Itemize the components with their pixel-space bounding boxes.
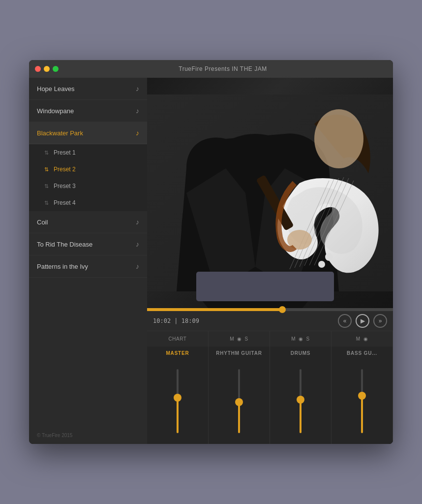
fader-thumb-rhythm[interactable]: [235, 398, 243, 406]
mixer-header-rhythm: M ◉ S: [209, 331, 270, 346]
sliders-icon: ⇅: [43, 150, 50, 156]
fast-forward-button[interactable]: »: [373, 314, 387, 328]
mute-icon: M: [291, 336, 296, 342]
rewind-button[interactable]: «: [338, 314, 352, 328]
sidebar-footer: © TrueFire 2015: [29, 427, 147, 444]
sidebar-item-coil[interactable]: Coil ♪: [29, 211, 147, 233]
mixer-channels: MASTER RHYTHM GUITAR: [147, 346, 393, 444]
channel-drums: DRUMS: [270, 346, 332, 444]
eye-icon: ◉: [299, 336, 303, 342]
fader-track-master[interactable]: [177, 369, 179, 433]
mixer-header: CHART M ◉ S M ◉ S M ◉: [147, 331, 393, 346]
eye-icon: ◉: [237, 336, 242, 342]
sliders-icon: ⇅: [43, 183, 50, 189]
progress-area: 10:02 | 18:09 « ▶ »: [147, 308, 393, 331]
progress-thumb[interactable]: [279, 306, 286, 313]
maximize-button[interactable]: [53, 66, 59, 72]
time-display: 10:02 | 18:09: [153, 317, 199, 324]
fader-fill-master: [177, 398, 179, 433]
music-note-icon: ♪: [136, 240, 139, 248]
drums-label: DRUMS: [291, 350, 311, 356]
fader-fill-rhythm: [238, 402, 240, 433]
close-button[interactable]: [35, 66, 41, 72]
mute-icon: M: [230, 336, 234, 342]
fader-fill-bass: [361, 396, 363, 433]
master-label: MASTER: [166, 350, 189, 356]
svg-point-13: [318, 261, 325, 268]
transport-bar: 10:02 | 18:09 « ▶ »: [147, 311, 393, 331]
sliders-icon-active: ⇅: [43, 166, 50, 173]
music-note-icon: ♪: [136, 107, 139, 115]
sidebar-item-windowpane[interactable]: Windowpane ♪: [29, 100, 147, 122]
preset-item-2[interactable]: ⇅ Preset 2: [29, 161, 147, 178]
title-bar: TrueFire Presents IN THE JAM: [29, 60, 393, 78]
presets-container: ⇅ Preset 1 ⇅ Preset 2 ⇅ Preset 3 ⇅ Prese…: [29, 144, 147, 211]
preset-item-1[interactable]: ⇅ Preset 1: [29, 144, 147, 161]
fader-container-bass: [332, 362, 392, 440]
fader-container-drums: [270, 362, 331, 440]
main-content: Hope Leaves ♪ Windowpane ♪ Blackwater Pa…: [29, 78, 393, 444]
solo-icon: S: [306, 336, 310, 342]
guitarist-image: [147, 78, 393, 308]
rhythm-guitar-label: RHYTHM GUITAR: [216, 350, 262, 356]
app-window: TrueFire Presents IN THE JAM Hope Leaves…: [29, 60, 393, 444]
fader-container-master: [147, 362, 208, 440]
music-note-icon: ♪: [136, 218, 139, 226]
svg-rect-14: [196, 272, 334, 301]
video-area: [147, 78, 393, 308]
channel-master: MASTER: [147, 346, 209, 444]
right-panel: 10:02 | 18:09 « ▶ » CHART: [147, 78, 393, 444]
eye-icon: ◉: [363, 336, 368, 342]
music-note-icon: ♪: [136, 85, 139, 93]
channel-rhythm-guitar: RHYTHM GUITAR: [209, 346, 270, 444]
svg-point-12: [325, 253, 333, 261]
sidebar-item-blackwater-park[interactable]: Blackwater Park ♪: [29, 122, 147, 144]
play-button[interactable]: ▶: [356, 314, 369, 328]
mixer-header-drums: M ◉ S: [270, 331, 332, 346]
sidebar-item-hope-leaves[interactable]: Hope Leaves ♪: [29, 78, 147, 100]
preset-item-3[interactable]: ⇅ Preset 3: [29, 178, 147, 194]
window-title: TrueFire Presents IN THE JAM: [59, 65, 387, 72]
fader-fill-drums: [300, 400, 301, 433]
fader-thumb-master[interactable]: [174, 394, 181, 402]
mute-icon: M: [356, 336, 361, 342]
fader-track-rhythm[interactable]: [238, 369, 240, 433]
transport-controls: « ▶ »: [338, 314, 387, 328]
fader-track-bass[interactable]: [361, 369, 363, 433]
svg-point-3: [314, 109, 363, 168]
sidebar-item-patterns-in-the-ivy[interactable]: Patterns in the Ivy ♪: [29, 255, 147, 278]
channel-bass-guitar: BASS GU...: [332, 346, 393, 444]
mixer-header-chart: CHART: [147, 331, 209, 346]
traffic-lights: [35, 66, 59, 72]
music-note-icon-active: ♪: [136, 129, 139, 137]
fader-track-drums[interactable]: [300, 369, 301, 433]
sliders-icon: ⇅: [43, 200, 50, 206]
progress-fill: [147, 308, 282, 311]
preset-item-4[interactable]: ⇅ Preset 4: [29, 194, 147, 211]
fader-thumb-bass[interactable]: [358, 392, 366, 400]
video-placeholder: [147, 78, 393, 308]
mixer-header-bass: M ◉: [332, 331, 393, 346]
bass-guitar-label: BASS GU...: [347, 350, 377, 356]
fader-container-rhythm: [209, 362, 270, 440]
progress-bar[interactable]: [147, 308, 393, 311]
mixer-area: CHART M ◉ S M ◉ S M ◉: [147, 331, 393, 444]
sidebar-item-to-rid-the-disease[interactable]: To Rid The Disease ♪: [29, 233, 147, 255]
minimize-button[interactable]: [44, 66, 50, 72]
fader-thumb-drums[interactable]: [297, 396, 304, 404]
music-note-icon: ♪: [136, 262, 139, 270]
solo-icon: S: [245, 336, 248, 342]
sidebar: Hope Leaves ♪ Windowpane ♪ Blackwater Pa…: [29, 78, 147, 444]
